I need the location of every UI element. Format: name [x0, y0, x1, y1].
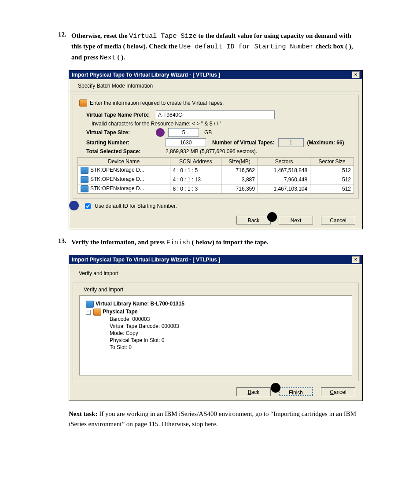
table-row[interactable]: STK:OPENstorage D...4 : 0 : 1 : 133,8877…	[78, 175, 354, 184]
intro-row: Enter the information required to create…	[77, 98, 354, 109]
checkbox-row: Use default ID for Starting Number.	[71, 202, 361, 210]
next-task-text: If you are working in an IBM iSeries/AS4…	[69, 410, 356, 427]
step-12: 12. Otherwise, reset the Virtual Tape Si…	[71, 31, 363, 63]
size-row: Virtual Tape Size: GB	[86, 128, 345, 137]
step-number: 13.	[58, 237, 66, 245]
title-bar: Import Physical Tape To Virtual Library …	[69, 255, 362, 264]
back-button[interactable]: Back	[236, 387, 271, 396]
space-label: Total Selected Space:	[86, 148, 152, 155]
wizard-dialog-verify: Import Physical Tape To Virtual Library …	[69, 255, 363, 401]
start-input[interactable]	[166, 138, 206, 147]
drive-icon	[81, 176, 88, 183]
verify-panel: Verify and import Virtual Library Name: …	[73, 283, 359, 381]
close-icon[interactable]: ×	[352, 256, 360, 263]
next-button[interactable]: Next	[279, 216, 313, 224]
numvt-input	[278, 138, 304, 147]
col-scsi[interactable]: SCSI Address	[170, 157, 221, 166]
verify-inner-header: Verify and import	[84, 287, 351, 293]
finish-callout-icon	[271, 383, 280, 393]
space-row: Total Selected Space: 2,869,932 MB (5,87…	[86, 148, 345, 155]
dialog-subtitle: Specify Batch Mode Information	[69, 79, 362, 92]
device-table: Device Name SCSI Address Size(MB) Sector…	[77, 157, 354, 194]
panel: Enter the information required to create…	[73, 95, 359, 199]
tree-item[interactable]: Physical Tape In Slot: 0	[110, 337, 346, 344]
tree-item[interactable]: Virtual Tape Barcode: 000003	[110, 323, 346, 330]
finish-button[interactable]: Finish	[279, 387, 313, 396]
default-id-checkbox[interactable]	[85, 203, 91, 209]
cancel-button[interactable]: Cancel	[321, 387, 355, 396]
tree-vl[interactable]: Virtual Library Name: B-L700-01315	[86, 300, 346, 308]
tape-icon	[93, 309, 101, 316]
tree-item[interactable]: To Slot: 0	[110, 344, 346, 351]
table-row[interactable]: STK:OPENstorage D...4 : 0 : 1 : 5716,562…	[78, 166, 354, 175]
checkbox-label: Use default ID for Starting Number.	[95, 203, 177, 209]
close-icon[interactable]: ×	[352, 71, 360, 78]
max-label: (Maximum: 66)	[307, 140, 344, 146]
prefix-row: Virtual Tape Name Prefix:	[86, 110, 345, 119]
table-row[interactable]: STK:OPENstorage D...8 : 0 : 1 : 3716,359…	[78, 184, 354, 193]
col-device[interactable]: Device Name	[78, 157, 170, 166]
verify-header: Verify and import	[69, 264, 362, 280]
next-task: Next task: If you are working in an IBM …	[69, 409, 363, 430]
tree-pt[interactable]: − Physical Tape Barcode: 000003Virtual T…	[86, 308, 346, 351]
button-row: Back Finish Cancel	[69, 384, 362, 401]
col-sectors[interactable]: Sectors	[258, 157, 310, 166]
step-body: Otherwise, reset the Virtual Tape Size t…	[71, 31, 363, 63]
wizard-dialog-batch: Import Physical Tape To Virtual Library …	[69, 70, 363, 229]
size-input[interactable]	[168, 128, 199, 137]
tree-item[interactable]: Barcode: 000003	[110, 316, 346, 323]
drive-icon	[81, 185, 88, 192]
checkbox-callout-icon	[69, 201, 79, 210]
next-callout-icon	[267, 212, 277, 222]
intro-text: Enter the information required to create…	[90, 100, 224, 106]
gb-label: GB	[204, 129, 212, 136]
page-container: 12. Otherwise, reset the Virtual Tape Si…	[0, 0, 420, 430]
step-number: 12.	[58, 31, 66, 38]
col-sector-size[interactable]: Sector Size	[310, 157, 354, 166]
title-bar: Import Physical Tape To Virtual Library …	[69, 70, 362, 79]
dialog-title: Import Physical Tape To Virtual Library …	[72, 72, 220, 78]
col-size[interactable]: Size(MB)	[221, 157, 258, 166]
step-13: 13. Verify the information, and press Fi…	[71, 237, 363, 248]
button-row: Back Next Cancel	[69, 212, 362, 229]
library-icon	[86, 301, 94, 308]
collapse-icon[interactable]: −	[86, 310, 91, 315]
back-button[interactable]: Back	[236, 216, 271, 224]
space-value: 2,869,932 MB (5,877,620,096 sectors).	[166, 148, 257, 155]
drive-icon	[81, 167, 88, 174]
start-row: Starting Number: Number of Virtual Tapes…	[86, 138, 345, 147]
next-task-label: Next task:	[69, 410, 97, 417]
size-callout-icon	[156, 128, 165, 137]
tree-item[interactable]: Mode: Copy	[110, 330, 346, 337]
step-body: Verify the information, and press Finish…	[71, 237, 363, 248]
box-icon	[79, 99, 87, 107]
dialog-title: Import Physical Tape To Virtual Library …	[72, 257, 220, 263]
size-label: Virtual Tape Size:	[86, 129, 152, 136]
numvt-label: Number of Virtual Tapes:	[212, 140, 275, 146]
invalid-chars: Invalid characters for the Resource Name…	[92, 121, 346, 127]
cancel-button[interactable]: Cancel	[321, 216, 355, 224]
prefix-label: Virtual Tape Name Prefix:	[86, 112, 152, 118]
start-label: Starting Number:	[86, 140, 152, 146]
tree[interactable]: Virtual Library Name: B-L700-01315 − Phy…	[79, 295, 352, 375]
prefix-input[interactable]	[156, 110, 275, 119]
